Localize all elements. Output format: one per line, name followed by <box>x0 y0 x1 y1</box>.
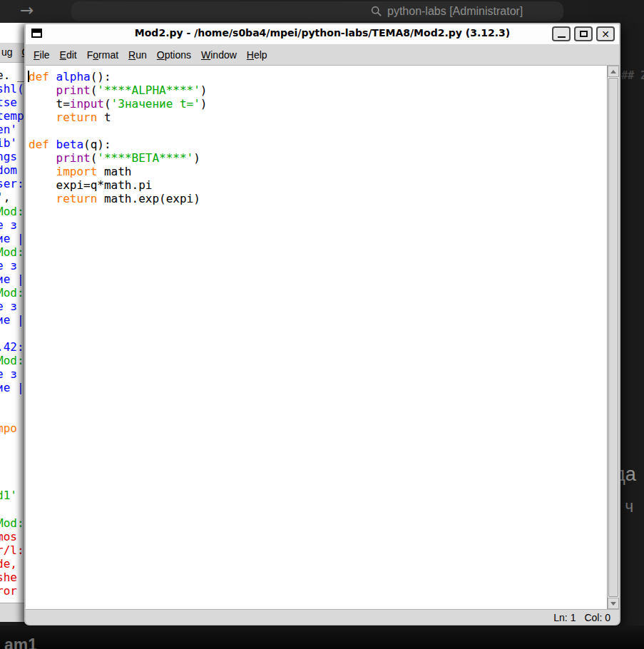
code-line: def beta(q): <box>29 138 607 151</box>
code-line: print('****ALPHA****') <box>29 83 607 97</box>
clipped-text-line: ие | <box>0 313 24 327</box>
clipped-text-line: ие | <box>0 381 24 394</box>
close-icon: ✕ <box>601 29 610 39</box>
scrollbar[interactable] <box>607 66 619 609</box>
minimize-icon <box>558 36 566 39</box>
clipped-text-line: Mod: <box>0 354 24 367</box>
clipped-text-line: ие | <box>0 272 24 286</box>
menu-options[interactable]: Options <box>152 48 196 62</box>
clipped-text-line: e. _ <box>0 68 24 82</box>
background-text-fragment: ## 2 <box>621 69 644 82</box>
clipped-text-line: Mod: <box>0 286 24 300</box>
clipped-text-line: ror <box>0 584 17 598</box>
clipped-text-line: de, <box>0 557 17 571</box>
maximize-button[interactable] <box>574 26 593 41</box>
clipped-text-line: en' <box>0 123 17 136</box>
title-bar[interactable]: Mod2.py - /home/s0ba4/mpei/python-labs/T… <box>26 24 619 45</box>
idle-editor-window: Mod2.py - /home/s0ba4/mpei/python-labs/T… <box>24 23 620 625</box>
clipped-text-line: d1' <box>0 489 17 502</box>
clipped-text-line: ib' <box>0 136 17 150</box>
code-line: return math.exp(expi) <box>29 192 607 205</box>
search-bar[interactable]: python-labs [Administrator] <box>71 1 563 21</box>
clipped-text-line: е з <box>0 367 17 381</box>
clipped-text-line: dom <box>0 163 17 177</box>
taskbar: → python-labs [Administrator] <box>0 0 644 23</box>
menu-run[interactable]: Run <box>123 48 152 62</box>
background-text-fragment: am1 <box>4 635 37 649</box>
code-line: expi=q*math.pi <box>29 178 607 192</box>
clipped-text-line: Mod: <box>0 245 24 259</box>
code-editor[interactable]: def alpha(): print('****ALPHA****') t=in… <box>26 66 607 609</box>
code-line: import math <box>29 165 607 178</box>
clipped-text-line: Mod: <box>0 205 24 218</box>
menu-fragment[interactable]: ug <box>1 46 13 58</box>
menu-edit[interactable]: Edit <box>55 48 82 62</box>
search-icon <box>371 6 382 17</box>
menu-window[interactable]: Window <box>196 48 242 62</box>
clipped-text-line: r/l: <box>0 543 24 557</box>
menu-file[interactable]: File <box>29 48 55 62</box>
clipped-text-line: shl( <box>0 82 24 96</box>
scroll-down-button[interactable] <box>608 598 619 609</box>
menu-format[interactable]: Format <box>82 48 123 62</box>
back-arrow-icon[interactable]: → <box>20 1 34 19</box>
clipped-text-line: Mod: <box>0 516 24 530</box>
clipped-text-line: .42: <box>0 340 24 354</box>
status-col-indicator: Col: 0 <box>584 612 610 623</box>
clipped-text-line: temp <box>0 109 24 123</box>
clipped-text-line: е з <box>0 259 17 272</box>
text-cursor <box>28 71 29 82</box>
clipped-text-line: ие | <box>0 232 24 245</box>
clipped-text-line: mos <box>0 530 17 543</box>
minimize-button[interactable] <box>552 26 571 41</box>
background-shell-menu-bar: ugO <box>0 43 26 63</box>
close-button[interactable]: ✕ <box>596 26 615 41</box>
code-line: t=input('Значение t=') <box>29 97 607 111</box>
scrollbar-thumb[interactable] <box>608 78 618 597</box>
clipped-text-line: е з <box>0 218 17 232</box>
clipped-text-line: ngs <box>0 150 17 163</box>
clipped-text-line: ', <box>0 190 10 204</box>
desktop-bottom-strip <box>0 625 644 649</box>
background-shell-text: e. _shl(tsetempen'ib'ngsdomser:',Mod:е з… <box>0 23 26 622</box>
clipped-text-line: mpo <box>0 421 17 435</box>
arrow-down-icon <box>610 602 616 605</box>
search-text: python-labs [Administrator] <box>387 5 523 18</box>
scroll-up-button[interactable] <box>608 66 619 77</box>
arrow-up-icon <box>610 70 616 73</box>
background-shell-window[interactable]: e. _shl(tsetempen'ib'ngsdomser:',Mod:е з… <box>0 23 26 622</box>
clipped-text-line: ser: <box>0 177 24 190</box>
code-line <box>29 124 607 138</box>
menu-bar: FileEditFormatRunOptionsWindowHelp <box>26 45 619 66</box>
desktop: → python-labs [Administrator] ## 2 да о … <box>0 0 644 649</box>
window-title: Mod2.py - /home/s0ba4/mpei/python-labs/T… <box>26 27 619 39</box>
code-line: return t <box>29 111 607 124</box>
clipped-text-line: tse <box>0 96 17 109</box>
code-line: def alpha(): <box>29 70 607 83</box>
background-shell-status-bar <box>0 603 26 622</box>
code-line: print('****BETA****') <box>29 151 607 165</box>
maximize-icon <box>580 31 588 37</box>
menu-help[interactable]: Help <box>242 48 272 62</box>
clipped-text-line: she <box>0 571 17 584</box>
status-line-indicator: Ln: 1 <box>553 612 576 623</box>
clipped-text-line: е з <box>0 300 17 313</box>
status-bar: Ln: 1 Col: 0 <box>26 610 619 625</box>
